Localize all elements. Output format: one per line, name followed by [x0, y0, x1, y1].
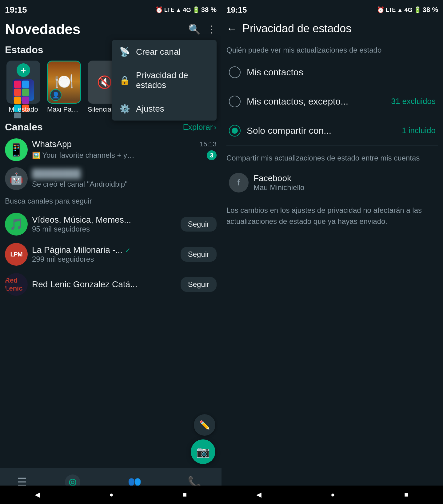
channel-row2: 🖼️ Your favorite channels + your favor..… [32, 150, 217, 160]
spotify-explore-item[interactable]: 🎵 Vídeos, Música, Memes... 95 mil seguid… [0, 209, 222, 239]
battery-percent: 38 % [201, 6, 217, 14]
ajustes-label: Ajustes [136, 104, 164, 114]
who-can-see-label: Quién puede ver mis actualizaciones de e… [226, 45, 438, 55]
androidbip-row1: ████████ [32, 169, 217, 179]
lpm-avatar: LPM [5, 243, 28, 266]
right-recent-button[interactable]: ■ [404, 491, 408, 499]
back-button-right[interactable]: ← [226, 22, 237, 35]
maxi-label: Maxi Paypal [47, 105, 81, 113]
channel-row1: WhatsApp 15:13 [32, 139, 217, 149]
search-icon[interactable]: 🔍 [188, 23, 201, 35]
right-alarm-icon: ⏰ [377, 6, 385, 14]
privacy-content: Quién puede ver mis actualizaciones de e… [222, 40, 443, 486]
right-wifi-icon: ▲ [397, 6, 403, 14]
solo-compartir-sub: 1 incluido [402, 126, 436, 135]
add-story-icon: ＋ [17, 63, 30, 77]
mobile-data-icon: 4G [183, 6, 191, 14]
solo-compartir-option[interactable]: Solo compartir con... 1 incluido [226, 119, 438, 143]
spotify-avatar: 🎵 [5, 213, 28, 236]
lpm-subs: 299 mil seguidores [32, 255, 176, 264]
left-status-icons: ⏰ LTE ▲ 4G 🔋 38 % [155, 6, 217, 14]
lenic-name: Red Lenic Gonzalez Catá... [32, 280, 176, 289]
home-button[interactable]: ● [109, 491, 113, 499]
right-android-nav: ◀ ● ■ [222, 486, 443, 504]
lenic-seguir-button[interactable]: Seguir [181, 277, 217, 292]
androidbip-avatar: 🤖 [5, 167, 28, 190]
share-section: Compartir mis actualizaciones de estado … [226, 153, 438, 198]
spotify-seguir-button[interactable]: Seguir [181, 217, 217, 232]
right-time: 19:15 [226, 5, 247, 15]
right-battery-icon: 🔋 [414, 6, 421, 14]
right-panel: 19:15 ⏰ LTE ▲ 4G 🔋 38 % ← Privacidad de … [222, 0, 443, 504]
edit-icon: ✏️ [199, 420, 210, 430]
lpm-content: La Página Millonaria -... ✓ 299 mil segu… [32, 245, 176, 264]
right-status-bar: 19:15 ⏰ LTE ▲ 4G 🔋 38 % [222, 0, 443, 18]
right-status-icons: ⏰ LTE ▲ 4G 🔋 38 % [377, 6, 438, 14]
whatsapp-icon: 📱 [9, 143, 24, 157]
radio-selected-indicator [232, 128, 238, 134]
bot-icon: 🤖 [10, 172, 23, 185]
crear-canal-item[interactable]: 📡 Crear canal [112, 40, 217, 64]
explorar-chevron: › [214, 122, 217, 132]
story-mi-estado[interactable]: ＋ Mi estado [5, 61, 42, 113]
whatsapp-channel-content: WhatsApp 15:13 🖼️ Your favorite channels… [32, 139, 217, 160]
recent-button[interactable]: ■ [183, 491, 187, 499]
lenic-icon: Red Lenic [5, 276, 28, 292]
facebook-info: Facebook Mau Minichiello [253, 173, 304, 192]
right-back-button[interactable]: ◀ [256, 491, 261, 499]
novedades-title: Novedades [5, 21, 80, 38]
lenic-avatar: Red Lenic [5, 273, 28, 296]
left-status-bar: 19:15 ⏰ LTE ▲ 4G 🔋 38 % [0, 0, 222, 18]
privacidad-estados-item[interactable]: 🔒 Privacidad de estados [112, 64, 217, 97]
lenic-explore-item[interactable]: Red Lenic Red Lenic Gonzalez Catá... Seg… [0, 269, 222, 300]
mis-contactos-radio [229, 66, 241, 78]
divider-3 [226, 145, 438, 145]
mi-estado-thumb: ＋ [6, 61, 40, 104]
whatsapp-channel[interactable]: 📱 WhatsApp 15:13 🖼️ Your favorite channe… [0, 135, 222, 164]
contactos-excepto-row: Mis contactos, excepto... 31 excluidos [247, 96, 436, 107]
androidbip-content: ████████ Se creó el canal "Androidbip" [32, 169, 217, 189]
right-home-button[interactable]: ● [331, 491, 335, 499]
right-battery-percent: 38 % [423, 6, 438, 14]
privacidad-label: Privacidad de estados [136, 70, 209, 90]
contactos-excepto-option[interactable]: Mis contactos, excepto... 31 excluidos [226, 89, 438, 113]
lpm-icon: LPM [10, 251, 22, 258]
story-maxi[interactable]: 🍽️ 👤 Maxi Paypal [46, 61, 82, 113]
spotify-content: Vídeos, Música, Memes... 95 mil seguidor… [32, 215, 176, 233]
lpm-explore-item[interactable]: LPM La Página Millonaria -... ✓ 299 mil … [0, 239, 222, 269]
privacy-title: Privacidad de estados [242, 22, 351, 35]
explorar-button[interactable]: Explorar › [183, 122, 217, 132]
signal-icon: LTE [164, 7, 174, 13]
left-time: 19:15 [5, 5, 27, 15]
solo-compartir-row: Solo compartir con... 1 incluido [247, 125, 436, 136]
left-panel: 19:15 ⏰ LTE ▲ 4G 🔋 38 % Novedades 🔍 ⋮ 📡 … [0, 0, 222, 504]
mi-estado-label: Mi estado [9, 105, 38, 113]
explorar-label: Explorar [183, 122, 213, 132]
camera-icon: 📷 [196, 445, 210, 458]
right-header: ← Privacidad de estados [222, 18, 443, 40]
whatsapp-avatar: 📱 [5, 138, 28, 161]
lenic-content: Red Lenic Gonzalez Catá... [32, 280, 176, 289]
alarm-icon: ⏰ [155, 6, 163, 14]
edit-fab[interactable]: ✏️ [194, 414, 215, 436]
crear-canal-label: Crear canal [136, 47, 181, 57]
spotify-name: Vídeos, Música, Memes... [32, 215, 176, 225]
canales-header: Canales Explorar › [0, 118, 222, 135]
dropdown-menu: 📡 Crear canal 🔒 Privacidad de estados ⚙️… [112, 40, 217, 121]
facebook-account[interactable]: f Facebook Mau Minichiello [226, 168, 438, 197]
facebook-icon: f [229, 173, 249, 192]
more-options-icon[interactable]: ⋮ [207, 23, 217, 35]
whatsapp-channel-preview: 🖼️ Your favorite channels + your favor..… [32, 151, 137, 160]
ajustes-item[interactable]: ⚙️ Ajustes [112, 97, 217, 121]
androidbip-channel[interactable]: 🤖 ████████ Se creó el canal "Androidbip" [0, 164, 222, 193]
busca-canales-label: Busca canales para seguir [0, 193, 222, 209]
ajustes-icon: ⚙️ [119, 104, 130, 114]
back-button[interactable]: ◀ [35, 491, 40, 499]
camera-fab[interactable]: 📷 [191, 439, 215, 464]
whatsapp-channel-badge: 3 [207, 150, 217, 160]
contactos-excepto-label: Mis contactos, excepto... [247, 96, 348, 107]
verified-icon: ✓ [125, 247, 130, 254]
lpm-seguir-button[interactable]: Seguir [181, 247, 217, 262]
mis-contactos-option[interactable]: Mis contactos [226, 60, 438, 84]
androidbip-preview: Se creó el canal "Androidbip" [32, 180, 128, 189]
